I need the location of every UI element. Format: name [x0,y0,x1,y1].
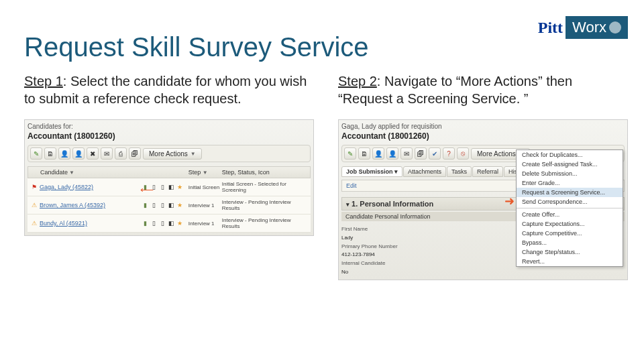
logo-worx-text: Worx [566,16,628,39]
status-cell: Initial Screen - Selected for Screening [222,181,309,193]
help-icon[interactable]: ? [443,147,455,160]
doc-icon[interactable]: 🗎 [358,147,370,160]
row-icons: ▮▯▯◧★ [142,202,189,208]
tab-job-submission[interactable]: Job Submission ▾ [341,166,402,177]
step-cell: Initial Screen [189,184,222,190]
more-actions-button[interactable]: More Actions▼ [143,148,202,160]
step2-text: Step 2: Navigate to “More Actions” then … [338,72,628,107]
tab-attachments[interactable]: Attachments [403,166,446,177]
mail-icon[interactable]: ✉ [101,147,113,160]
menu-item[interactable]: Capture Expectations... [517,219,623,229]
menu-item[interactable]: Create Offer... [517,210,623,219]
check-icon[interactable]: ✔ [429,147,441,160]
candidate-detail-panel: Gaga, Lady applied for requisition Accou… [338,119,628,280]
flag-icon: ⚑ [29,184,40,190]
status-cell: Interview - Pending Interview Results [222,217,309,229]
menu-item[interactable]: Change Step/status... [517,247,623,257]
more-actions-menu: Check for Duplicates...Create Self-assig… [516,149,623,267]
mail-icon[interactable]: ✉ [400,147,413,160]
panel1-header: Candidates for: [28,123,311,130]
menu-separator [517,208,623,208]
table-row[interactable]: ⚠Bundy, Al (45921)▮▯▯◧★Interview 1Interv… [28,215,311,233]
user-remove-icon[interactable]: 👤 [72,147,85,160]
menu-item[interactable]: Revert... [517,257,623,266]
brand-logo: Pitt Worx [538,16,628,39]
panel2-title: Accountant (18001260) [341,131,625,141]
page-title: Request Skill Survey Service [24,32,369,62]
gear-icon [609,21,621,34]
field-label: Primary Phone Number [341,243,398,249]
doc2-icon[interactable]: 🗐 [129,147,141,160]
doc2-icon[interactable]: 🗐 [415,147,427,160]
candidates-panel: Candidates for: Accountant (18001260) ✎ … [24,119,314,236]
field-value: No [341,269,348,275]
menu-item[interactable]: Bypass... [517,238,623,247]
panel2-crumb: Gaga, Lady applied for requisition [341,123,625,130]
table-header: Candidate ▼ Step ▼ Step, Status, Icon [28,166,311,178]
print-icon[interactable]: ⎙ [115,147,127,160]
row-icons: ▮▯▯◧★ [142,184,189,190]
edit-icon[interactable]: ✎ [344,147,356,160]
row-icons: ▮▯▯◧★ [142,220,189,227]
panel1-title: Accountant (18001260) [28,131,311,141]
tab-referral[interactable]: Referral [472,166,503,177]
menu-item[interactable]: Request a Screening Service... [517,188,623,197]
menu-item[interactable]: Enter Grade... [517,178,623,188]
field-value: Lady [341,235,353,241]
logo-pitt-text: Pitt [538,19,563,37]
user-add-icon[interactable]: 👤 [58,147,70,160]
table-row[interactable]: ⚑Gaga, Lady (45822)⟵▮▯▯◧★Initial ScreenI… [28,178,311,196]
menu-item[interactable]: Capture Competitive... [517,229,623,238]
step-cell: Interview 1 [189,202,222,208]
chevron-down-icon: ▼ [191,151,196,157]
flag-icon: ⚠ [29,202,40,208]
delete-icon[interactable]: ✖ [87,147,99,160]
tab-tasks[interactable]: Tasks [447,166,472,177]
field-label: First Name [341,226,368,232]
menu-item[interactable]: Create Self-assigned Task... [517,160,623,169]
step2-label: Step 2 [338,74,377,88]
panel1-toolbar: ✎ 🗎 👤 👤 ✖ ✉ ⎙ 🗐 More Actions▼ [28,145,311,162]
candidate-link[interactable]: Brown, James A (45392) [40,202,142,208]
candidate-link[interactable]: Gaga, Lady (45822)⟵ [40,184,142,190]
user2-icon[interactable]: 👤 [386,147,398,160]
table-row[interactable]: ⚠Brown, James A (45392)▮▯▯◧★Interview 1I… [28,196,311,215]
menu-item[interactable]: Delete Submission... [517,169,623,178]
menu-item[interactable]: Send Correspondence... [517,197,623,206]
step-cell: Interview 1 [189,221,222,227]
open-icon[interactable]: ✎ [30,147,42,160]
stop-icon[interactable]: ⦸ [457,147,469,160]
field-value: 412-123-7894 [341,251,375,257]
step1-label: Step 1 [24,74,63,88]
field-label: Internal Candidate [341,260,385,266]
status-cell: Interview - Pending Interview Results [222,199,309,211]
flag-icon: ⚠ [29,220,40,227]
candidate-link[interactable]: Bundy, Al (45921) [40,220,142,227]
doc-icon[interactable]: 🗎 [44,147,56,160]
menu-item[interactable]: Check for Duplicates... [517,150,623,160]
user-icon[interactable]: 👤 [372,147,384,160]
step1-text: Step 1: Select the candidate for whom yo… [24,72,314,107]
